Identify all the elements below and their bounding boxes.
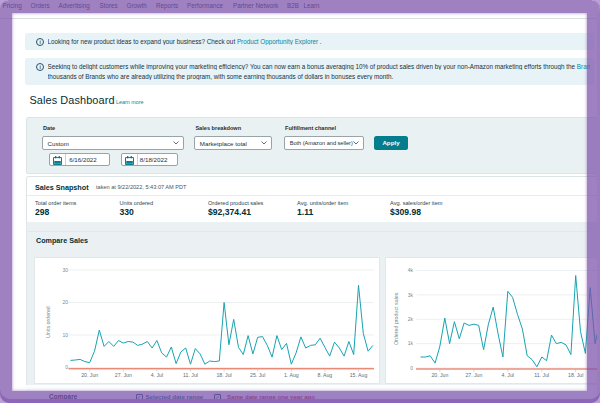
svg-text:1k: 1k: [407, 340, 413, 346]
svg-text:4. Jul: 4. Jul: [501, 371, 513, 377]
svg-text:20. Jun: 20. Jun: [431, 371, 448, 377]
svg-text:20. Jun: 20. Jun: [81, 371, 98, 377]
svg-text:Ordered product sales: Ordered product sales: [393, 292, 399, 345]
svg-text:4k: 4k: [407, 267, 413, 273]
svg-text:15. Aug: 15. Aug: [349, 371, 367, 377]
svg-text:3k: 3k: [407, 291, 413, 297]
svg-text:8. Aug: 8. Aug: [317, 371, 332, 377]
svg-text:25. Jul: 25. Jul: [250, 371, 265, 377]
svg-text:18. Jul: 18. Jul: [216, 371, 231, 377]
svg-text:11. Jul: 11. Jul: [183, 371, 198, 377]
svg-text:1. Aug: 1. Aug: [283, 371, 298, 377]
svg-text:Units ordered: Units ordered: [44, 306, 50, 338]
svg-text:4. Jul: 4. Jul: [150, 371, 162, 377]
svg-text:20: 20: [62, 299, 68, 305]
svg-text:27. Jun: 27. Jun: [114, 371, 131, 377]
svg-text:0: 0: [65, 364, 68, 370]
svg-text:27. Jun: 27. Jun: [465, 371, 482, 377]
svg-text:0: 0: [410, 364, 413, 370]
svg-text:11. Jul: 11. Jul: [534, 371, 549, 377]
svg-text:2k: 2k: [407, 316, 413, 322]
svg-text:30: 30: [62, 266, 68, 272]
svg-text:18. Jul: 18. Jul: [568, 371, 583, 377]
svg-text:10: 10: [62, 331, 68, 337]
